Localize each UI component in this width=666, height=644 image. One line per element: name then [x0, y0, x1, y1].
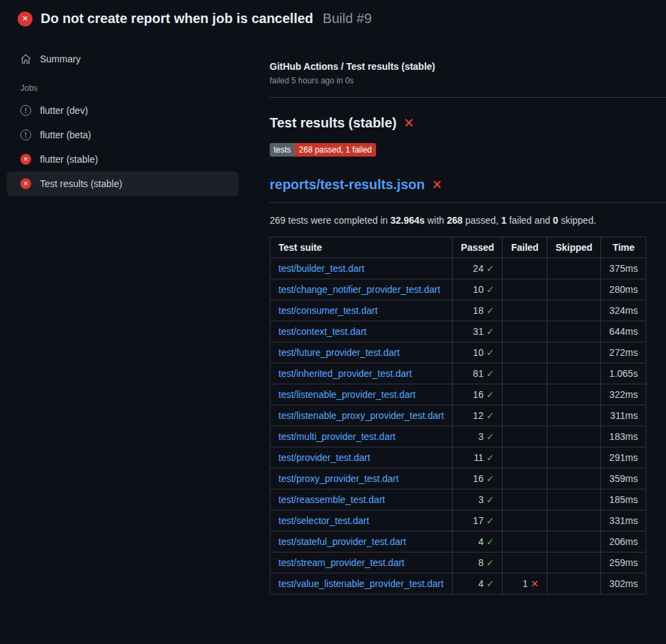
- time-cell: 183ms: [601, 426, 646, 447]
- build-number: Build #9: [322, 11, 371, 26]
- check-icon: ✓: [486, 431, 495, 442]
- skipped-cell: [547, 258, 600, 279]
- job-neutral-icon: !: [20, 105, 31, 116]
- summary-label: Summary: [40, 54, 81, 64]
- failed-cell: [503, 342, 547, 363]
- time-cell: 259ms: [601, 552, 646, 573]
- table-row: test/listenable_provider_test.dart16✓322…: [270, 384, 646, 405]
- suite-cell: test/inherited_provider_test.dart: [270, 363, 453, 384]
- suite-link[interactable]: test/value_listenable_provider_test.dart: [278, 578, 444, 589]
- time-cell: 291ms: [601, 447, 646, 468]
- skipped-cell: [547, 447, 600, 468]
- check-icon: ✓: [486, 305, 495, 316]
- passed-cell: 4✓: [453, 573, 503, 595]
- run-header: ✕ Do not create report when job is cance…: [0, 0, 666, 36]
- suite-link[interactable]: test/reassemble_test.dart: [278, 494, 385, 505]
- divider: [270, 97, 666, 98]
- skipped-cell: [547, 321, 600, 342]
- failed-cell: [503, 300, 547, 321]
- report-link[interactable]: reports/test-results.json: [270, 177, 425, 193]
- passed-cell: 16✓: [453, 384, 503, 405]
- check-icon: ✓: [486, 368, 495, 379]
- sidebar-item-job[interactable]: !flutter (dev): [7, 98, 238, 123]
- breadcrumb: GitHub Actions / Test results (stable): [270, 61, 666, 72]
- suite-cell: test/proxy_provider_test.dart: [270, 468, 453, 489]
- suite-link[interactable]: test/builder_test.dart: [278, 263, 365, 274]
- failed-cell: [503, 489, 547, 510]
- sidebar: Summary Jobs !flutter (dev)!flutter (bet…: [0, 36, 251, 196]
- passed-cell: 10✓: [453, 279, 503, 300]
- run-meta: failed 5 hours ago in 0s: [270, 76, 666, 85]
- suite-link[interactable]: test/listenable_provider_test.dart: [278, 389, 415, 400]
- suite-link[interactable]: test/stateful_provider_test.dart: [278, 536, 406, 547]
- table-header-row: Test suite Passed Failed Skipped Time: [270, 237, 646, 258]
- summary-segment: passed,: [463, 215, 501, 226]
- suite-cell: test/change_notifier_provider_test.dart: [270, 279, 453, 300]
- job-failed-icon: ✕: [20, 154, 31, 165]
- suite-link[interactable]: test/stream_provider_test.dart: [278, 557, 404, 568]
- failed-x-icon: ✕: [432, 178, 442, 191]
- job-label: flutter (beta): [40, 129, 91, 140]
- passed-cell: 18✓: [453, 300, 503, 321]
- skipped-cell: [547, 468, 600, 489]
- passed-cell: 4✓: [453, 531, 503, 552]
- failed-cell: [503, 258, 547, 279]
- skipped-cell: [547, 342, 600, 363]
- suite-cell: test/multi_provider_test.dart: [270, 426, 453, 447]
- jobs-section-label: Jobs: [7, 71, 238, 98]
- time-cell: 311ms: [601, 405, 646, 426]
- passed-cell: 3✓: [453, 489, 503, 510]
- skipped-cell: [547, 552, 600, 573]
- time-cell: 280ms: [601, 279, 646, 300]
- table-row: test/future_provider_test.dart10✓272ms: [270, 342, 646, 363]
- check-icon: ✓: [486, 389, 495, 400]
- passed-cell: 12✓: [453, 405, 503, 426]
- failed-cell: [503, 552, 547, 573]
- failed-cell: [503, 405, 547, 426]
- report-heading: reports/test-results.json ✕: [270, 177, 666, 203]
- check-icon: ✓: [486, 494, 495, 505]
- suite-link[interactable]: test/multi_provider_test.dart: [278, 431, 396, 442]
- check-icon: ✓: [486, 452, 495, 463]
- summary-segment: 269 tests were completed in: [270, 215, 390, 226]
- suite-link[interactable]: test/consumer_test.dart: [278, 305, 377, 316]
- section-title: Test results (stable): [270, 115, 396, 131]
- check-icon: ✓: [486, 347, 495, 358]
- sidebar-item-job[interactable]: ✕flutter (stable): [7, 147, 238, 172]
- check-icon: ✓: [486, 410, 495, 421]
- suite-link[interactable]: test/selector_test.dart: [278, 515, 369, 526]
- suite-link[interactable]: test/context_test.dart: [278, 326, 367, 337]
- skipped-cell: [547, 489, 600, 510]
- sidebar-item-summary[interactable]: Summary: [7, 47, 238, 71]
- failed-x-icon: ✕: [403, 117, 414, 129]
- suite-link[interactable]: test/proxy_provider_test.dart: [278, 473, 398, 484]
- suite-link[interactable]: test/inherited_provider_test.dart: [278, 368, 412, 379]
- table-header-suite: Test suite: [270, 237, 453, 258]
- table-row: test/value_listenable_provider_test.dart…: [270, 573, 646, 595]
- summary-text: 269 tests were completed in 32.964s with…: [270, 215, 666, 226]
- suite-link[interactable]: test/provider_test.dart: [278, 452, 370, 463]
- time-cell: 359ms: [601, 468, 646, 489]
- passed-cell: 8✓: [453, 552, 503, 573]
- run-title: Do not create report when job is cancell…: [41, 11, 313, 26]
- suite-link[interactable]: test/change_notifier_provider_test.dart: [278, 284, 440, 295]
- suite-link[interactable]: test/future_provider_test.dart: [278, 347, 400, 358]
- skipped-cell: [547, 384, 600, 405]
- passed-cell: 3✓: [453, 426, 503, 447]
- passed-cell: 81✓: [453, 363, 503, 384]
- suite-cell: test/consumer_test.dart: [270, 300, 453, 321]
- table-row: test/stream_provider_test.dart8✓259ms: [270, 552, 646, 573]
- summary-segment: skipped.: [558, 215, 596, 226]
- suite-cell: test/stateful_provider_test.dart: [270, 531, 453, 552]
- sidebar-item-job[interactable]: ✕Test results (stable): [7, 172, 238, 196]
- time-cell: 331ms: [601, 510, 646, 531]
- skipped-cell: [547, 363, 600, 384]
- suite-cell: test/builder_test.dart: [270, 258, 453, 279]
- suite-link[interactable]: test/listenable_proxy_provider_test.dart: [278, 410, 444, 421]
- check-icon: ✓: [486, 557, 495, 568]
- skipped-cell: [547, 300, 600, 321]
- suite-cell: test/provider_test.dart: [270, 447, 453, 468]
- table-header-time: Time: [601, 237, 646, 258]
- summary-segment: with: [425, 215, 447, 226]
- sidebar-item-job[interactable]: !flutter (beta): [7, 123, 238, 147]
